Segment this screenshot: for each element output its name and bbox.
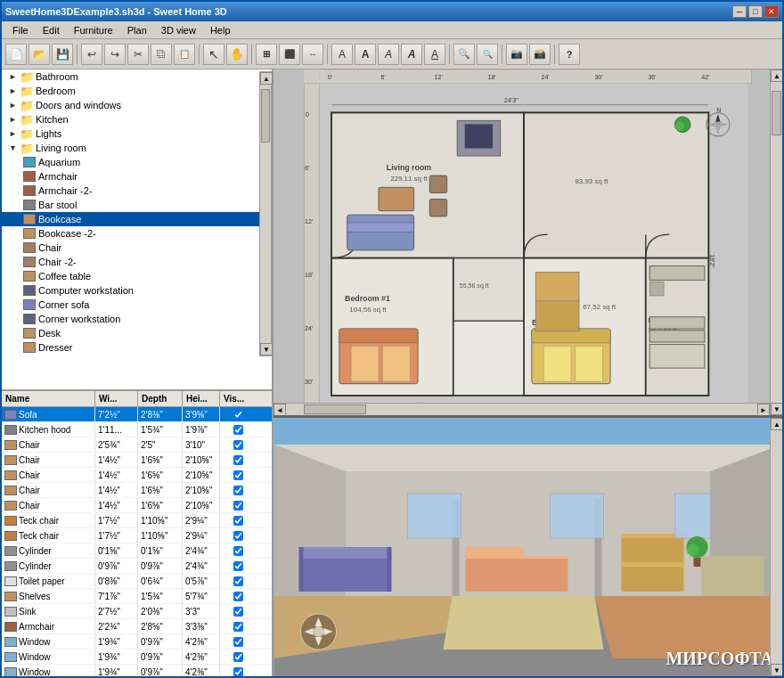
list-row[interactable]: Window 1'9¾" 0'9⅞" 4'2⅜" [2,665,272,676]
visibility-checkbox[interactable] [233,455,243,465]
tree-item-chair2[interactable]: Chair -2- [2,255,272,269]
col-name[interactable]: Name [2,391,95,406]
visibility-checkbox[interactable] [233,440,243,450]
list-row[interactable]: Toilet paper 0'8⅜" 0'6¾" 0'5⅞" [2,574,272,589]
v3d-scroll-up[interactable]: ▲ [771,418,782,430]
room-tool[interactable]: ⬛ [279,44,300,65]
cell-visible[interactable] [220,574,256,588]
help-button[interactable]: ? [559,44,580,65]
redo-button[interactable]: ↪ [104,44,126,65]
menu-help[interactable]: Help [203,23,238,37]
cell-visible[interactable] [220,619,256,633]
close-button[interactable]: ✕ [764,5,779,18]
cell-visible[interactable] [220,437,256,452]
cell-visible[interactable] [220,422,256,437]
menu-plan[interactable]: Plan [120,23,154,37]
tree-item-compworkstation[interactable]: Computer workstation [2,283,272,298]
cell-visible[interactable] [220,483,256,497]
cell-visible[interactable] [220,528,256,543]
tree-item-doors[interactable]: ►📁Doors and windows [2,98,272,112]
menu-3dview[interactable]: 3D view [154,23,203,37]
cell-visible[interactable] [220,559,256,573]
undo-button[interactable]: ↩ [81,44,102,65]
minimize-button[interactable]: ─ [732,5,747,18]
tree-item-lights[interactable]: ►📁Lights [2,127,272,141]
cell-visible[interactable] [220,589,256,603]
floorplan-vscrollbar[interactable]: ▲ ▼ [770,69,782,415]
view-3d[interactable]: МИРСОФТА ▲ ▼ [274,418,782,676]
col-visible[interactable]: Vis... [220,391,256,406]
vscroll-up[interactable]: ▲ [771,69,782,82]
cell-visible[interactable] [220,649,256,664]
tree-item-bookcase[interactable]: Bookcase [2,212,272,226]
visibility-checkbox[interactable] [233,425,243,435]
hscroll-right[interactable]: ► [757,404,770,416]
cell-visible[interactable] [220,543,256,558]
list-row[interactable]: Shelves 7'1⅞" 1'5¾" 5'7¾" [2,589,272,604]
list-row[interactable]: Chair 1'4½" 1'6⅝" 2'10⅝" [2,483,272,498]
tree-scroll-down[interactable]: ▼ [260,343,273,355]
list-row[interactable]: Cylinder 0'9⅞" 0'9⅞" 2'4¾" [2,559,272,574]
list-row[interactable]: Cylinder 0'1⅝" 0'1⅝" 2'4¾" [2,543,272,559]
camera2-button[interactable]: 📸 [529,44,551,65]
vscroll-thumb[interactable] [772,91,781,135]
visibility-checkbox[interactable] [233,470,243,480]
camera1-button[interactable]: 📷 [506,44,527,65]
tree-vscrollbar[interactable]: ▲ ▼ [259,71,272,356]
tree-item-aquarium[interactable]: Aquarium [2,155,272,169]
dimension-tool[interactable]: ↔ [302,44,323,65]
cell-visible[interactable] [220,665,256,676]
zoom-out-button[interactable]: 🔍 [477,44,498,65]
visibility-checkbox[interactable] [233,501,243,511]
hscroll-left[interactable]: ◄ [274,404,286,416]
list-row[interactable]: Armchair 2'2¾" 2'8⅝" 3'3⅜" [2,619,272,634]
list-row[interactable]: Sink 2'7½" 2'0⅜" 3'3" [2,604,272,619]
col-width[interactable]: Wi... [95,391,138,406]
tree-item-dresser[interactable]: Dresser [2,340,272,355]
menu-edit[interactable]: Edit [36,23,67,37]
tree-item-livingroom[interactable]: ▼📁Living room [2,141,272,155]
list-row[interactable]: Chair 1'4½" 1'6⅝" 2'10⅝" [2,453,272,468]
paste-button[interactable]: 📋 [174,44,195,65]
cut-button[interactable]: ✂ [127,44,149,65]
text-bold[interactable]: A [355,44,376,65]
floor-plan[interactable]: 0' 6' 12' 18' 24' 30' 36' 42' 0 6' 12' 1… [274,69,782,418]
visibility-checkbox[interactable] [233,637,243,647]
visibility-checkbox[interactable] [233,607,243,617]
tree-item-bookcase2[interactable]: Bookcase -2- [2,226,272,241]
col-height[interactable]: Hei... [183,391,220,406]
copy-button[interactable]: ⿻ [151,44,172,65]
tree-item-bedroom[interactable]: ►📁Bedroom [2,84,272,98]
new-button[interactable]: 📄 [5,44,27,65]
tree-item-barstool[interactable]: Bar stool [2,198,272,212]
visibility-checkbox[interactable] [233,546,243,556]
tree-item-armchair[interactable]: Armchair [2,169,272,184]
hscroll-thumb[interactable] [304,404,366,414]
save-button[interactable]: 💾 [52,44,73,65]
menu-file[interactable]: File [5,23,36,37]
list-row[interactable]: Teck chair 1'7½" 1'10⅝" 2'9¼" [2,528,272,543]
tree-item-desk[interactable]: Desk [2,326,272,340]
wall-tool[interactable]: ⊞ [256,44,277,65]
col-depth[interactable]: Depth [138,391,183,406]
tree-item-armchair2[interactable]: Armchair -2- [2,184,272,198]
visibility-checkbox[interactable] [233,622,243,632]
list-row[interactable]: Chair 1'4½" 1'6⅝" 2'10⅝" [2,468,272,483]
text-italic[interactable]: A [378,44,399,65]
cell-visible[interactable] [220,498,256,512]
tree-item-bathroom[interactable]: ►📁Bathroom [2,69,272,84]
visibility-checkbox[interactable] [233,667,243,677]
zoom-in-button[interactable]: 🔍 [453,44,475,65]
cell-visible[interactable] [220,453,256,467]
visibility-checkbox[interactable] [233,652,243,662]
maximize-button[interactable]: □ [748,5,763,18]
visibility-checkbox[interactable] [233,592,243,601]
tree-scroll-thumb[interactable] [261,89,270,143]
list-row[interactable]: Window 1'9¾" 0'9⅞" 4'2⅜" [2,649,272,665]
cell-visible[interactable] [220,513,256,527]
list-row[interactable]: Sofa 7'2½" 2'8⅜" 3'9⅝" [2,407,272,422]
tree-item-kitchen[interactable]: ►📁Kitchen [2,112,272,127]
tree-scroll-up[interactable]: ▲ [260,72,273,85]
view3d-vscrollbar[interactable]: ▲ ▼ [770,418,782,676]
tree-item-chair[interactable]: Chair [2,241,272,255]
